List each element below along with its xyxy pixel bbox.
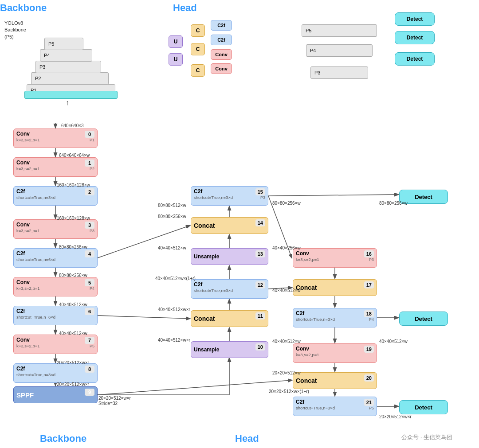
- node-2-c2f: C2fshortcut=True,n=3×d 2: [13, 186, 98, 206]
- dim-1: 640×640×64×w: [59, 153, 90, 158]
- node-9-sppf: SPPF 9: [13, 386, 98, 403]
- node-1-conv: Convk=3,s=2,p=1 1 P2: [13, 157, 98, 177]
- dim-p3-out: 80×80×256×w: [272, 201, 301, 206]
- node-17-concat: Concat 17: [293, 279, 377, 296]
- yolo-label: YOLOv8Backbone(P5): [4, 20, 26, 40]
- dim-7: 40×40×512×w: [59, 331, 87, 336]
- overview-input-arrow: ↑: [66, 99, 69, 107]
- dim-9: 20×20×512×w×r: [57, 382, 89, 387]
- dim-input: 640×640×3: [61, 123, 84, 128]
- dim-5: 80×80×256×w: [59, 273, 87, 278]
- dim-2: 160×160×128×w: [57, 183, 90, 187]
- head-label-bottom: Head: [235, 433, 259, 444]
- node-20-concat: Concat 20: [293, 372, 377, 389]
- node-4-c2f: C2fshortcut=True,n=6×d 4: [13, 248, 98, 268]
- dim-sppf-out: 20×20×512×w×r: [98, 396, 131, 401]
- output-p4: P4: [306, 44, 373, 57]
- node-13-unsample: Unsample 13: [191, 248, 268, 265]
- node-16-conv: Convk=3,s=2,p=1 16 P3: [293, 248, 377, 268]
- node-5-conv: Convk=3,s=2,p=1 5 P4: [13, 277, 98, 296]
- dim-17-in: 40×40×512×w: [272, 288, 301, 293]
- overview-detect3: Detect: [395, 52, 435, 66]
- head-label-top: Head: [173, 2, 197, 14]
- node-18-c2f: C2fshortcut=True,n=3×d 18 P4: [293, 308, 377, 327]
- watermark: 公众号 · 生信菜鸟团: [401, 433, 452, 441]
- dim-16-out: 40×40×256×w: [272, 245, 301, 250]
- detect-p4: Detect: [399, 312, 448, 326]
- overview-u2: U: [169, 53, 183, 66]
- dim-11-in: 40×40×512×w×r: [158, 307, 190, 312]
- output-p5: P5: [302, 24, 377, 37]
- overview-c1: C: [191, 24, 205, 37]
- node-6-c2f: C2fshortcut=True,n=6×d 6: [13, 306, 98, 325]
- node-8-c2f: C2fshortcut=True,n=3×d 8: [13, 363, 98, 383]
- overview-conv1: Conv: [211, 49, 232, 60]
- node-7-conv: Convk=3,s=2,p=1 7 P5: [13, 335, 98, 354]
- output-p3: P3: [310, 66, 368, 79]
- node-21-c2f: C2fshortcut=True,n=3×d 21 P5: [293, 397, 377, 416]
- node-11-concat: Concat 11: [191, 310, 268, 327]
- overview-p4: P4: [40, 49, 92, 62]
- overview-u1: U: [169, 35, 183, 48]
- node-10-unsample: Unsample 10: [191, 341, 268, 358]
- dim-10-in: 40×40×512×w×r: [158, 338, 190, 343]
- dim-p3-det: 80×80×256×w: [379, 201, 408, 206]
- dim-12-in: 40×40×512×w×(1+r): [155, 276, 196, 281]
- overview-c2: C: [191, 43, 205, 55]
- node-19-conv: Convk=3,s=2,p=1 19: [293, 343, 377, 363]
- dim-14-in: 80×80×256×w: [158, 214, 186, 219]
- dim-3: 160×160×128×w: [57, 216, 90, 221]
- overview-p3: P3: [35, 61, 101, 73]
- overview-c2f1: C2f: [211, 20, 232, 31]
- overview-detect1: Detect: [395, 12, 435, 26]
- dim-18-det: 40×40×512×w: [379, 339, 408, 344]
- dim-stride: Stride=32: [98, 401, 118, 406]
- dim-21-det: 20×20×512×w×r: [379, 414, 412, 419]
- node-12-c2f: C2fshortcut=True,n=3×d 12: [191, 279, 268, 299]
- overview-p5: P5: [44, 38, 83, 50]
- node-0-conv: Convk=3,s=2,p=1 0 P1: [13, 129, 98, 148]
- detect-p5: Detect: [399, 400, 448, 414]
- dim-15-out: 80×80×512×w: [158, 203, 186, 208]
- dim-20-in: 20×20×512×w×(1+r): [269, 389, 309, 394]
- backbone-label-bottom: Backbone: [40, 433, 86, 444]
- overview-detect2: Detect: [395, 31, 435, 44]
- dim-4: 80×80×256×w: [59, 245, 87, 249]
- node-15-c2f: C2fshortcut=True,n=3×d 15 P3: [191, 186, 268, 206]
- node-14-concat: Concat 14: [191, 217, 268, 234]
- overview-output-stacks: P5 P4 P3: [302, 16, 390, 104]
- overview-input: [24, 91, 118, 99]
- overview-head: U U C C C C2f C2f Conv Conv: [164, 16, 297, 104]
- main-container: Backbone Head Backbone Head YOLOv8Backbo…: [0, 0, 479, 448]
- backbone-label-top: Backbone: [0, 2, 47, 14]
- dim-18-out: 40×40×512×w: [272, 339, 301, 344]
- dim-6: 40×40×512×w: [59, 302, 87, 307]
- dim-13-in: 40×40×512×w: [158, 245, 186, 250]
- overview-conv2: Conv: [211, 63, 232, 74]
- overview-diagram: YOLOv8Backbone(P5) P1 P2 P3 P4 P5 ↑: [0, 16, 155, 104]
- overview-c3: C: [191, 64, 205, 77]
- overview-c2f2: C2f: [211, 35, 232, 45]
- dim-8: 20×20×512×w×r: [57, 360, 89, 365]
- overview-p2: P2: [31, 72, 109, 85]
- node-3-conv: Convk=3,s=2,p=1 3 P3: [13, 219, 98, 239]
- dim-19-out: 20×20×512×w: [272, 370, 301, 375]
